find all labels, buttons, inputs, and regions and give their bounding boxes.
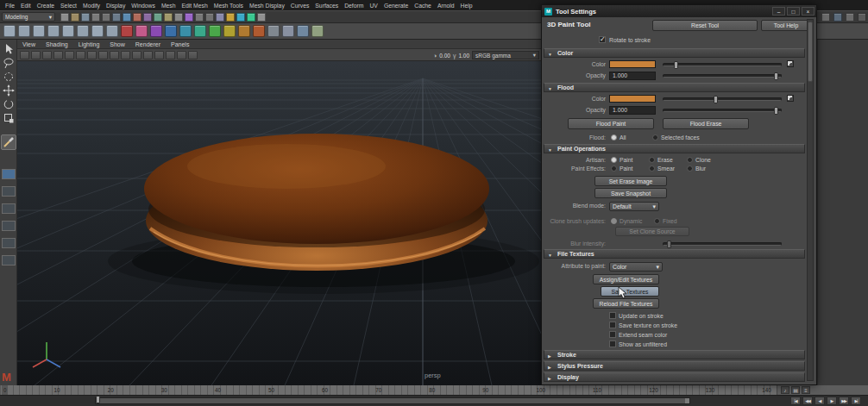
tool-help-button[interactable]: Tool Help [761, 20, 811, 31]
range-end-handle[interactable] [685, 398, 689, 403]
screen-space-ao-icon[interactable] [166, 51, 175, 59]
slider-handle[interactable] [667, 240, 671, 248]
select-tool-icon[interactable] [3, 43, 15, 55]
menubar-item[interactable]: Select [60, 3, 77, 9]
color-picker-icon[interactable] [787, 60, 794, 67]
reset-tool-button[interactable]: Reset Tool [652, 20, 758, 31]
polygon-cone-icon[interactable] [47, 25, 60, 37]
artisan-erase-radio[interactable] [649, 157, 655, 163]
new-scene-icon[interactable] [60, 13, 69, 22]
viewport-menu-item[interactable]: Shading [46, 41, 68, 47]
quad-draw-icon[interactable] [311, 25, 324, 37]
color-section-header[interactable]: ▼Color [544, 48, 805, 58]
paint-effects-blur-radio[interactable] [687, 166, 693, 172]
menubar-item[interactable]: File [5, 3, 15, 9]
polygon-plane-icon[interactable] [77, 25, 89, 37]
combine-icon[interactable] [165, 25, 177, 37]
shadows-icon[interactable] [154, 51, 164, 59]
maximize-button[interactable]: □ [787, 7, 800, 16]
save-snapshot-button[interactable]: Save Snapshot [594, 188, 667, 198]
viewport-menu-item[interactable]: Lighting [79, 41, 100, 47]
multi-cut-icon[interactable] [267, 25, 280, 37]
menubar-item[interactable]: Surfaces [315, 3, 338, 9]
menubar-item[interactable]: Windows [131, 3, 155, 9]
tool-settings-toggle-icon[interactable] [846, 13, 854, 22]
color-opacity-slider[interactable] [663, 74, 782, 78]
slider-handle[interactable] [774, 72, 778, 80]
clone-dynamic-radio[interactable] [611, 218, 617, 224]
color-swatch[interactable] [609, 60, 656, 68]
undo-icon[interactable] [91, 13, 100, 22]
transport-button[interactable]: ◀◀ [802, 397, 813, 405]
extrude-icon[interactable] [253, 25, 265, 37]
slider-handle[interactable] [714, 96, 718, 103]
snapshot-icon[interactable] [98, 51, 108, 59]
menubar-item[interactable]: Mesh Tools [214, 3, 243, 9]
layout-uv-editor-button[interactable] [2, 255, 16, 265]
polygon-disc-icon[interactable] [91, 25, 104, 37]
textured-display-icon[interactable] [188, 51, 198, 59]
rotate-to-stroke-checkbox[interactable]: ✓ [599, 36, 606, 43]
stroke-section-header[interactable]: ▶Stroke [544, 350, 805, 359]
file-textures-checkbox-row[interactable]: Show as unfiltered [609, 340, 677, 347]
checkbox[interactable] [609, 312, 616, 319]
polygon-torus-icon[interactable] [62, 25, 74, 37]
lasso-tool-icon[interactable] [3, 57, 15, 69]
flood-selected-faces-radio[interactable] [652, 134, 658, 141]
color-opacity-field[interactable]: 1.000 [609, 72, 656, 80]
motion-blur-icon[interactable] [132, 51, 142, 59]
polygon-sphere-icon[interactable] [3, 25, 16, 37]
attribute-to-paint-dropdown[interactable]: Color▾ [609, 262, 663, 272]
select-camera-icon[interactable] [20, 51, 29, 59]
boolean-intersection-icon[interactable] [150, 25, 162, 37]
menubar-item[interactable]: Display [106, 3, 125, 9]
blend-mode-dropdown[interactable]: Default▾ [609, 202, 659, 211]
move-tool-icon[interactable] [3, 84, 15, 97]
minimize-button[interactable]: – [772, 7, 785, 16]
file-textures-checkbox-row[interactable]: Save texture on stroke [609, 322, 677, 328]
set-erase-image-button[interactable]: Set Erase Image [594, 176, 667, 186]
menu-set-dropdown[interactable]: Modeling▾ [2, 12, 55, 22]
redo-icon[interactable] [102, 13, 110, 22]
paint-effects-paint-radio[interactable] [611, 166, 617, 172]
transport-button[interactable]: ▶| [851, 397, 861, 405]
boolean-union-icon[interactable] [121, 25, 133, 37]
menubar-item[interactable]: Edit Mesh [182, 3, 208, 9]
artisan-clone-radio[interactable] [687, 157, 693, 163]
viewport-menu-item[interactable]: Show [110, 41, 125, 47]
mirror-icon[interactable] [297, 25, 309, 37]
rotate-tool-icon[interactable] [3, 98, 15, 110]
snap-point-icon[interactable] [164, 13, 173, 22]
menubar-item[interactable]: Create [37, 3, 54, 9]
render-settings-icon[interactable] [257, 13, 266, 22]
smooth-icon[interactable] [209, 25, 221, 37]
oversampling-icon[interactable] [87, 51, 97, 59]
extract-icon[interactable] [194, 25, 206, 37]
flood-section-header[interactable]: ▼Flood [544, 83, 805, 92]
view-transform-dropdown[interactable]: sRGB gamma▾ [472, 51, 539, 59]
platonic-solid-icon[interactable] [106, 25, 118, 37]
bevel-icon[interactable] [223, 25, 236, 37]
bookmarks-icon[interactable] [53, 51, 63, 59]
flood-color-slider[interactable] [663, 97, 782, 101]
transport-button[interactable]: |◀ [790, 397, 801, 405]
menubar-item[interactable]: Help [461, 3, 473, 9]
modeling-toolkit-toggle-icon[interactable] [821, 13, 830, 22]
separate-icon[interactable] [179, 25, 192, 37]
menubar-item[interactable]: UV [369, 3, 377, 9]
camera-attributes-icon[interactable] [42, 51, 52, 59]
attribute-editor-toggle-icon[interactable] [833, 13, 842, 22]
open-render-view-icon[interactable] [226, 13, 235, 22]
snap-view-plane-icon[interactable] [174, 13, 183, 22]
menubar-item[interactable]: Deform [344, 3, 363, 9]
viewport-renderer-icon[interactable] [177, 51, 186, 59]
menubar-item[interactable]: Mesh Display [249, 3, 285, 9]
layout-four-pane-button[interactable] [2, 186, 16, 197]
multisampling-icon[interactable] [110, 51, 119, 59]
transport-button[interactable]: ▶▶ [839, 397, 849, 405]
time-slider[interactable]: 0102030405060708090100110120130140 ♪▤≡ [0, 385, 868, 395]
lock-camera-icon[interactable] [31, 51, 41, 59]
input-connections-icon[interactable] [195, 13, 204, 22]
menubar-item[interactable]: Modify [83, 3, 100, 9]
display-section-header[interactable]: ▶Display [544, 372, 805, 382]
